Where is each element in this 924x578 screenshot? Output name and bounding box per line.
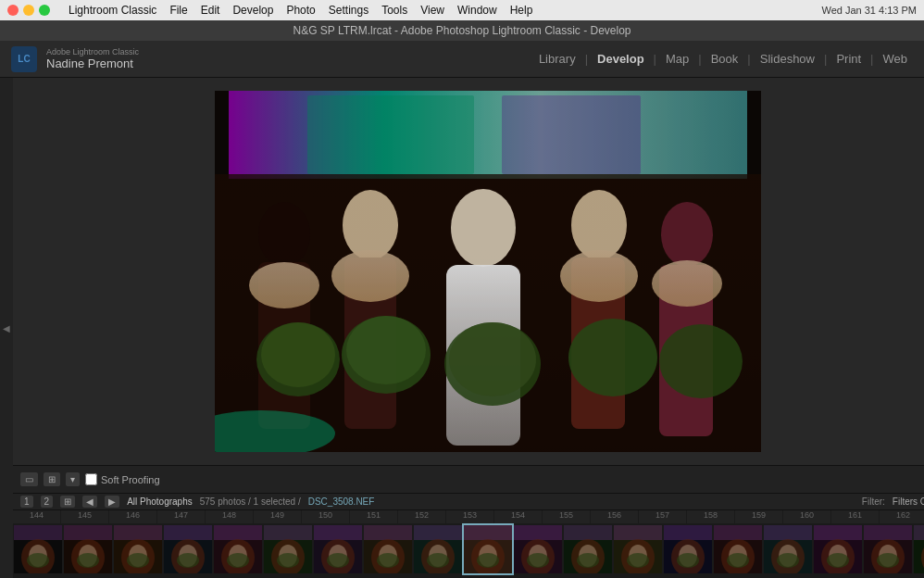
- filmstrip-thumb-145[interactable]: [64, 525, 112, 573]
- menu-tools[interactable]: Tools: [381, 4, 407, 17]
- nav-slideshow[interactable]: Slideshow: [755, 50, 820, 68]
- menu-view[interactable]: View: [420, 4, 444, 17]
- svg-point-40: [77, 553, 99, 568]
- menu-file[interactable]: File: [169, 4, 187, 17]
- thumb-svg-155: [564, 525, 612, 573]
- filmstrip-thumb-159[interactable]: [764, 525, 812, 573]
- filmstrip-thumb-153[interactable]: [464, 525, 512, 573]
- svg-rect-117: [864, 525, 912, 540]
- app-logo: LC: [11, 46, 37, 72]
- svg-point-105: [727, 553, 749, 568]
- filmstrip-thumb-157[interactable]: [664, 525, 712, 573]
- filmstrip-thumb-146[interactable]: [114, 525, 162, 573]
- nav-map[interactable]: Map: [660, 50, 694, 68]
- filmstrip: 1 2 ⊞ ◀ ▶ All Photographs 575 photos / 1…: [13, 493, 924, 578]
- nav-library[interactable]: Library: [533, 50, 581, 68]
- svg-rect-112: [814, 525, 862, 540]
- menu-window[interactable]: Window: [457, 4, 497, 17]
- soft-proof-checkbox[interactable]: [85, 473, 97, 485]
- svg-rect-67: [364, 525, 412, 540]
- filmstrip-number-157: 157: [639, 510, 687, 523]
- minimize-button[interactable]: [23, 5, 34, 16]
- nav-develop[interactable]: Develop: [592, 50, 650, 68]
- filmstrip-thumb-160[interactable]: [814, 525, 862, 573]
- filmstrip-thumb-158[interactable]: [714, 525, 762, 573]
- menu-edit[interactable]: Edit: [201, 4, 220, 17]
- main-area: ◀: [0, 78, 924, 578]
- module-nav: Library | Develop | Map | Book | Slidesh…: [533, 50, 913, 68]
- svg-point-90: [577, 553, 599, 568]
- svg-rect-42: [114, 525, 162, 540]
- filmstrip-number-148: 148: [206, 510, 254, 523]
- menu-app[interactable]: Lightroom Classic: [69, 4, 156, 17]
- svg-rect-30: [215, 91, 761, 452]
- filmstrip-number-150: 150: [302, 510, 350, 523]
- thumb-svg-145: [64, 525, 112, 573]
- filmstrip-view-2[interactable]: 2: [41, 496, 54, 508]
- thumb-svg-154: [514, 525, 562, 573]
- filmstrip-thumb-144[interactable]: [14, 525, 62, 573]
- filmstrip-thumbs[interactable]: [13, 523, 924, 578]
- filmstrip-thumb-149[interactable]: [264, 525, 312, 573]
- svg-point-115: [827, 553, 849, 568]
- filmstrip-filter-value: Filters Off: [893, 496, 924, 507]
- filmstrip-number-146: 146: [109, 510, 157, 523]
- filmstrip-thumb-162[interactable]: [914, 525, 924, 573]
- filmstrip-header: 1 2 ⊞ ◀ ▶ All Photographs 575 photos / 1…: [13, 494, 924, 510]
- svg-point-100: [677, 553, 699, 568]
- left-panel-toggle[interactable]: ◀: [0, 78, 13, 578]
- svg-rect-37: [64, 525, 112, 540]
- nav-web[interactable]: Web: [878, 50, 914, 68]
- filmstrip-prev[interactable]: ◀: [82, 496, 97, 508]
- filmstrip-grid[interactable]: ⊞: [60, 496, 75, 508]
- filmstrip-next[interactable]: ▶: [105, 496, 119, 508]
- thumb-svg-152: [414, 525, 462, 573]
- filmstrip-selected-file: DSC_3508.NEF: [308, 496, 375, 507]
- filmstrip-thumb-151[interactable]: [364, 525, 412, 573]
- thumb-svg-158: [714, 525, 762, 573]
- thumb-svg-149: [264, 525, 312, 573]
- svg-rect-102: [714, 525, 762, 540]
- filmstrip-thumb-156[interactable]: [614, 525, 662, 573]
- filmstrip-number-158: 158: [687, 510, 735, 523]
- svg-rect-57: [264, 525, 312, 540]
- thumb-svg-147: [164, 525, 212, 573]
- svg-rect-92: [614, 525, 662, 540]
- view-options-btn[interactable]: ▾: [66, 472, 80, 486]
- svg-point-70: [377, 553, 399, 568]
- filmstrip-thumb-161[interactable]: [864, 525, 912, 573]
- view-grid-btn[interactable]: ⊞: [44, 472, 60, 486]
- filmstrip-number-153: 153: [446, 510, 494, 523]
- view-single-btn[interactable]: ▭: [20, 472, 38, 486]
- filmstrip-number-155: 155: [543, 510, 591, 523]
- svg-rect-122: [914, 525, 924, 540]
- svg-point-55: [227, 553, 249, 568]
- filmstrip-thumb-147[interactable]: [164, 525, 212, 573]
- filmstrip-thumb-155[interactable]: [564, 525, 612, 573]
- svg-point-80: [477, 553, 499, 568]
- traffic-lights: [7, 5, 50, 16]
- svg-point-35: [27, 553, 49, 568]
- svg-rect-87: [564, 525, 612, 540]
- nav-print[interactable]: Print: [830, 50, 867, 68]
- filmstrip-thumb-154[interactable]: [514, 525, 562, 573]
- maximize-button[interactable]: [39, 5, 50, 16]
- filmstrip-thumb-152[interactable]: [414, 525, 462, 573]
- filmstrip-number-152: 152: [398, 510, 446, 523]
- menu-help[interactable]: Help: [510, 4, 533, 17]
- menu-develop[interactable]: Develop: [232, 4, 273, 17]
- menu-photo[interactable]: Photo: [286, 4, 315, 17]
- filmstrip-thumb-148[interactable]: [214, 525, 262, 573]
- filmstrip-view-1[interactable]: 1: [20, 496, 33, 508]
- filmstrip-count: 575 photos / 1 selected /: [200, 496, 301, 507]
- close-button[interactable]: [7, 5, 19, 16]
- nav-book[interactable]: Book: [705, 50, 744, 68]
- svg-point-50: [177, 553, 199, 568]
- thumb-svg-153: [464, 525, 512, 573]
- thumb-svg-162: [914, 525, 924, 573]
- filmstrip-thumb-150[interactable]: [314, 525, 362, 573]
- svg-rect-97: [664, 525, 712, 540]
- menu-settings[interactable]: Settings: [329, 4, 368, 17]
- soft-proof-label: Soft Proofing: [101, 474, 160, 485]
- thumb-svg-157: [664, 525, 712, 573]
